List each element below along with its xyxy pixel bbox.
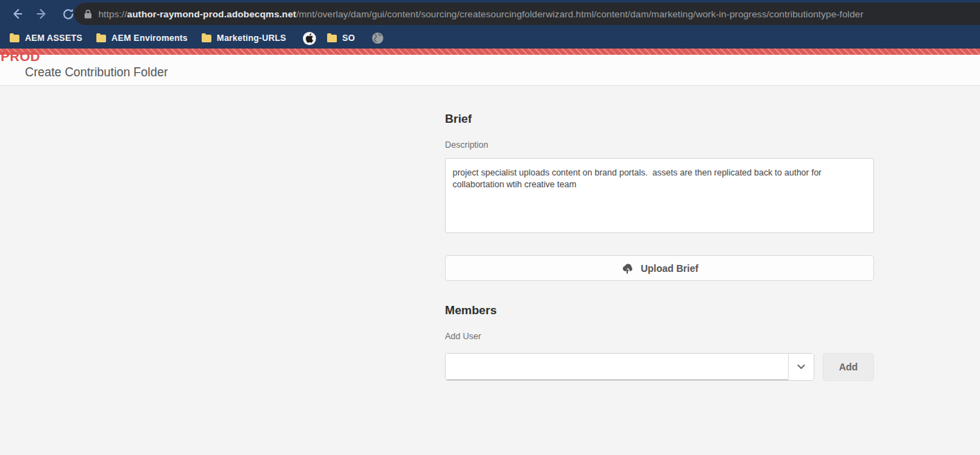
back-icon[interactable] [8, 6, 25, 22]
bookmark-marketing-urls[interactable]: Marketing-URLS [200, 31, 293, 45]
bookmark-label: AEM Enviroments [112, 33, 188, 43]
upload-cloud-icon [620, 262, 634, 274]
wizard-form: Brief Description project specialist upl… [445, 112, 874, 381]
wizard-header: Create Contribution Folder [0, 55, 980, 86]
add-user-input[interactable] [446, 354, 788, 380]
description-label: Description [445, 140, 874, 150]
page-title: Create Contribution Folder [25, 65, 168, 80]
members-section-heading: Members [445, 304, 874, 318]
upload-brief-button[interactable]: Upload Brief [445, 255, 874, 281]
add-user-row: Add [445, 353, 874, 381]
upload-brief-label: Upload Brief [640, 263, 698, 274]
folder-icon [96, 35, 106, 42]
url-host: author-raymond-prod.adobecqms.net [127, 9, 296, 19]
address-bar[interactable]: https://author-raymond-prod.adobecqms.ne… [74, 3, 980, 25]
combobox-chevron-button[interactable] [788, 354, 814, 380]
folder-icon [10, 35, 19, 42]
bookmark-aem-assets[interactable]: AEM ASSETS [8, 31, 89, 45]
chevron-down-icon [797, 364, 805, 370]
add-user-label: Add User [445, 332, 874, 341]
url-path: /mnt/overlay/dam/gui/content/sourcing/cr… [296, 9, 863, 19]
add-user-button[interactable]: Add [823, 353, 874, 381]
bookmark-so[interactable]: SO [326, 31, 362, 45]
lock-icon[interactable] [84, 9, 92, 19]
bookmark-label: AEM ASSETS [25, 33, 82, 43]
folder-icon [327, 35, 337, 42]
brief-section-heading: Brief [445, 112, 874, 126]
url-scheme: https:// [98, 9, 127, 19]
bookmark-aem-enviroments[interactable]: AEM Enviroments [95, 31, 195, 45]
bookmark-globe-site[interactable] [367, 30, 388, 46]
url-text: https://author-raymond-prod.adobecqms.ne… [98, 9, 864, 19]
folder-icon [202, 35, 211, 42]
browser-nav-controls [0, 0, 76, 28]
bookmark-apple-site[interactable] [299, 30, 320, 47]
description-textarea[interactable]: project specialist uploads content on br… [445, 158, 874, 233]
apple-icon [303, 32, 316, 45]
bookmark-label: Marketing-URLS [217, 33, 286, 43]
wizard-content: Brief Description project specialist upl… [0, 86, 980, 454]
environment-badge: PROD [1, 49, 40, 65]
environment-warning-stripe [0, 49, 980, 55]
globe-icon [371, 32, 384, 44]
bookmark-label: SO [342, 33, 355, 43]
add-user-combobox [445, 353, 814, 381]
browser-toolbar: https://author-raymond-prod.adobecqms.ne… [0, 0, 980, 28]
bookmarks-bar: AEM ASSETS AEM Enviroments Marketing-URL… [0, 28, 980, 49]
forward-icon[interactable] [34, 6, 51, 22]
